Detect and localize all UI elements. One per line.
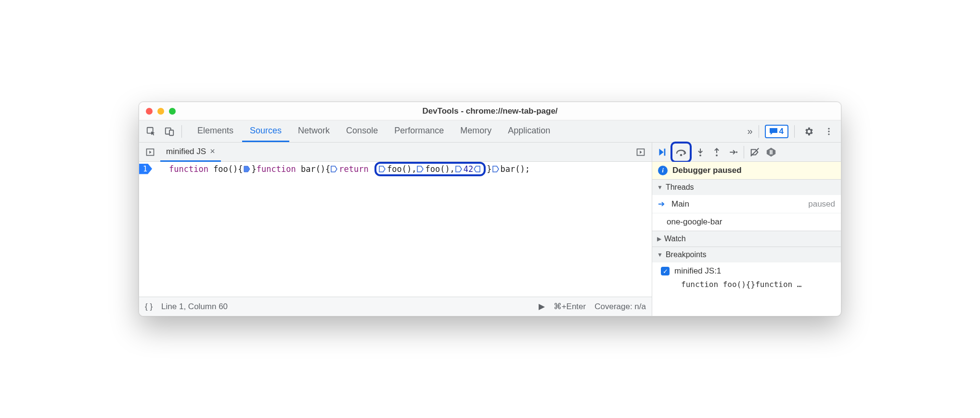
step-over-button[interactable] <box>673 144 689 160</box>
code-editor[interactable]: 1 function foo(){}function bar(){return … <box>139 162 652 297</box>
settings-icon[interactable] <box>800 123 817 140</box>
step-marker-icon <box>378 165 386 173</box>
tab-memory[interactable]: Memory <box>452 121 499 142</box>
svg-rect-2 <box>169 130 173 135</box>
breakpoint-checkbox[interactable]: ✓ <box>661 267 670 275</box>
svg-point-11 <box>716 154 718 156</box>
close-window-button[interactable] <box>146 108 153 115</box>
devtools-window: DevTools - chrome://new-tab-page/ Elemen… <box>139 102 841 316</box>
thread-main[interactable]: ➔ Main paused <box>652 195 841 213</box>
step-over-highlight <box>671 142 692 163</box>
keyword-function: function <box>257 164 296 174</box>
inspect-element-icon[interactable] <box>143 123 159 140</box>
file-tab[interactable]: minified JS × <box>160 143 221 162</box>
step-into-button[interactable] <box>693 144 708 160</box>
step-marker-end-icon <box>473 165 481 173</box>
code-line: function foo(){}function bar(){return fo… <box>167 162 530 175</box>
run-snippet-icon[interactable]: ▶ <box>539 301 545 312</box>
section-label: Breakpoints <box>666 250 707 259</box>
disclosure-triangle-icon: ▼ <box>657 251 663 258</box>
section-label: Threads <box>666 183 694 192</box>
step-out-button[interactable] <box>709 144 724 160</box>
editor-pane: minified JS × 1 function foo(){}function… <box>139 143 652 316</box>
keyword-function: function <box>169 164 208 174</box>
issues-badge[interactable]: 4 <box>765 125 788 138</box>
section-label: Watch <box>664 235 686 243</box>
more-tabs-button[interactable]: » <box>747 126 752 137</box>
tab-performance[interactable]: Performance <box>387 121 451 142</box>
svg-rect-14 <box>771 150 772 154</box>
banner-text: Debugger paused <box>672 166 742 175</box>
svg-rect-8 <box>664 148 666 156</box>
pause-on-exceptions-button[interactable] <box>763 144 779 160</box>
pretty-print-button[interactable]: { } <box>145 302 153 312</box>
svg-point-12 <box>736 151 737 153</box>
editor-statusbar: { } Line 1, Column 60 ▶ ⌘+Enter Coverage… <box>139 297 652 316</box>
svg-point-3 <box>828 128 829 129</box>
shortcut-hint: ⌘+Enter <box>554 301 586 312</box>
breakpoint-item[interactable]: ✓ minified JS:1 <box>652 262 841 280</box>
section-threads[interactable]: ▼ Threads <box>652 179 841 195</box>
debugger-toggle-icon[interactable] <box>632 144 649 160</box>
toolbar-right: » 4 <box>747 123 837 140</box>
line-number-badge[interactable]: 1 <box>139 164 152 174</box>
toolbar-divider <box>181 125 182 138</box>
traffic-lights <box>146 108 176 115</box>
thread-item[interactable]: one-google-bar <box>652 213 841 231</box>
svg-rect-13 <box>770 150 771 154</box>
tab-elements[interactable]: Elements <box>190 121 241 142</box>
code-text: } <box>487 164 491 174</box>
section-watch[interactable]: ▶ Watch <box>652 231 841 247</box>
step-marker-current-icon <box>243 165 251 173</box>
device-toolbar-icon[interactable] <box>161 123 178 140</box>
step-button[interactable] <box>725 144 741 160</box>
window-title: DevTools - chrome://new-tab-page/ <box>139 106 841 116</box>
debugger-paused-banner: i Debugger paused <box>652 162 841 179</box>
svg-point-5 <box>828 133 829 135</box>
code-text: } <box>252 164 257 174</box>
code-text: foo(), <box>387 164 416 174</box>
code-number: 42 <box>464 164 473 174</box>
step-marker-icon <box>455 165 463 173</box>
coverage-status[interactable]: Coverage: n/a <box>594 302 646 312</box>
info-icon: i <box>658 166 668 175</box>
close-tab-icon[interactable]: × <box>210 146 215 157</box>
thread-status: paused <box>808 199 835 209</box>
disclosure-triangle-icon: ▼ <box>657 184 663 191</box>
file-tabbar: minified JS × <box>139 143 652 162</box>
svg-point-10 <box>699 154 701 156</box>
thread-label: one-google-bar <box>667 217 722 227</box>
file-tab-label: minified JS <box>166 147 206 157</box>
panel-tabs: Elements Sources Network Console Perform… <box>190 121 745 142</box>
tab-network[interactable]: Network <box>290 121 337 142</box>
tab-application[interactable]: Application <box>500 121 558 142</box>
tab-console[interactable]: Console <box>338 121 386 142</box>
tab-sources[interactable]: Sources <box>242 121 289 142</box>
toolbar-divider <box>744 146 744 158</box>
issues-count: 4 <box>779 127 784 136</box>
code-text: foo(), <box>425 164 454 174</box>
keyword-return: return <box>339 164 368 174</box>
svg-point-9 <box>680 154 683 156</box>
code-text <box>369 164 374 174</box>
debugger-pane: i Debugger paused ▼ Threads ➔ Main pause… <box>652 143 841 316</box>
line-number-row: 1 <box>139 162 152 175</box>
toolbar-divider <box>759 125 759 138</box>
kebab-menu-icon[interactable] <box>821 123 837 140</box>
step-marker-icon <box>416 165 424 173</box>
step-targets-highlight: foo(),foo(),42 <box>374 162 486 176</box>
body-split: minified JS × 1 function foo(){}function… <box>139 143 841 316</box>
code-text: bar(){ <box>296 164 331 174</box>
titlebar: DevTools - chrome://new-tab-page/ <box>139 102 841 120</box>
code-text: bar(); <box>501 164 530 174</box>
zoom-window-button[interactable] <box>169 108 176 115</box>
section-breakpoints[interactable]: ▼ Breakpoints <box>652 247 841 262</box>
resume-button[interactable] <box>654 144 670 160</box>
navigator-toggle-icon[interactable] <box>142 144 158 160</box>
main-toolbar: Elements Sources Network Console Perform… <box>139 120 841 143</box>
thread-label: Main <box>671 199 689 209</box>
toolbar-divider <box>794 125 795 138</box>
minimize-window-button[interactable] <box>157 108 164 115</box>
deactivate-breakpoints-button[interactable] <box>747 144 762 160</box>
svg-point-4 <box>828 131 829 132</box>
